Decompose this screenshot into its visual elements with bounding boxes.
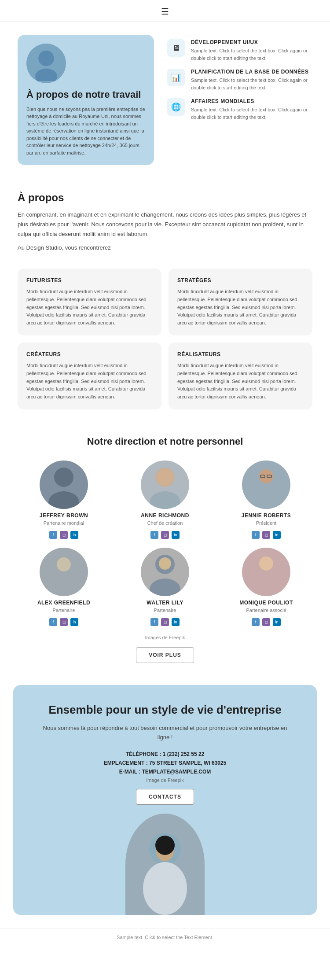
linkedin-icon-4[interactable]: in	[172, 618, 180, 626]
voir-plus-button[interactable]: VOIR PLUS	[136, 647, 194, 663]
svg-point-16	[150, 578, 180, 596]
service-icon-1: 📊	[167, 69, 185, 86]
social-icons-2: f ◻ in	[252, 531, 281, 539]
service-icon-2: 🌐	[167, 98, 185, 116]
about-card-3: RÉALISATEURS Morbi tincidunt augue inter…	[169, 343, 312, 409]
team-member-name-2: JENNIE ROBERTS	[242, 512, 291, 519]
facebook-icon-4[interactable]: f	[150, 618, 158, 626]
team-grid-top: JEFFREY BROWN Partenaire mondial f ◻ in …	[18, 461, 312, 539]
team-member-name-1: ANNE RICHMOND	[141, 512, 189, 519]
team-photo-2	[242, 461, 290, 509]
instagram-icon-2[interactable]: ◻	[262, 531, 270, 539]
team-member-role-4: Partenaire	[154, 608, 176, 613]
about-subtitle: Au Design Studio, vous rencontrerez	[18, 244, 312, 251]
service-item-2: 🌐 AFFAIRES MONDIALES Sample text. Click …	[167, 98, 312, 121]
linkedin-icon-3[interactable]: in	[70, 618, 78, 626]
cta-location: EMPLACEMENT : 75 STREET SAMPLE, WI 63025	[40, 760, 290, 766]
team-photo-0	[40, 461, 88, 509]
about-card-1: STRATÈGES Morbi tincidunt augue interdum…	[169, 269, 312, 335]
person-avatar-icon	[29, 46, 64, 81]
card-text-3: Morbi tincidunt augue interdum velit eui…	[177, 362, 304, 401]
cta-phone: TÉLÉPHONE : 1 (232) 252 55 22	[40, 751, 290, 757]
instagram-icon-4[interactable]: ◻	[161, 618, 169, 626]
cta-description: Nous sommes là pour répondre à tout beso…	[40, 724, 290, 742]
menu-icon[interactable]: ☰	[161, 6, 169, 17]
hero-description: Bien que nous ne soyons pas la première …	[26, 106, 145, 157]
team-grid-bottom: ALEX GREENFIELD Partenaire f ◻ in WALTER…	[18, 548, 312, 626]
svg-point-6	[157, 469, 173, 485]
hero-photo	[26, 44, 66, 83]
svg-point-9	[259, 469, 273, 483]
team-member-name-3: ALEX GREENFIELD	[37, 600, 90, 606]
service-item-1: 📊 PLANIFICATION DE LA BASE DE DONNÉES Sa…	[167, 69, 312, 91]
svg-point-3	[48, 491, 79, 509]
team-member-name-4: WALTER LILY	[147, 600, 183, 606]
team-member-5: MONIQUE POULIOT Partenaire associé f ◻ i…	[220, 548, 312, 626]
service-text-1: Sample text. Click to select the text bo…	[191, 77, 312, 91]
service-content-0: DÉVELOPPEMENT UI/UX Sample text. Click t…	[191, 39, 312, 62]
service-content-1: PLANIFICATION DE LA BASE DE DONNÉES Samp…	[191, 69, 312, 91]
cta-freepik-note: Image de Freepik	[40, 777, 290, 783]
about-text1: En comprenant, en imaginant et en exprim…	[18, 210, 312, 239]
card-text-0: Morbi tincidunt augue interdum velit eui…	[26, 288, 153, 327]
service-text-2: Sample text. Click to select the text bo…	[191, 106, 312, 121]
svg-point-1	[35, 69, 57, 81]
team-photo-3	[40, 548, 88, 596]
facebook-icon-2[interactable]: f	[252, 531, 260, 539]
cta-title: Ensemble pour un style de vie d'entrepri…	[40, 703, 290, 718]
team-member-3: ALEX GREENFIELD Partenaire f ◻ in	[18, 548, 110, 626]
service-name-1: PLANIFICATION DE LA BASE DE DONNÉES	[191, 69, 312, 75]
linkedin-icon-0[interactable]: in	[70, 531, 78, 539]
svg-point-5	[150, 491, 180, 509]
social-icons-0: f ◻ in	[49, 531, 78, 539]
facebook-icon-3[interactable]: f	[49, 618, 57, 626]
team-member-role-2: Président	[256, 520, 276, 526]
svg-rect-25	[154, 866, 176, 893]
svg-point-2	[54, 468, 73, 487]
social-icons-4: f ◻ in	[150, 618, 180, 626]
cta-email: E-MAIL : TEMPLATE@SAMPLE.COM	[40, 769, 290, 775]
cta-person-image	[125, 814, 205, 915]
about-card-2: CRÉATEURS Morbi tincidunt augue interdum…	[18, 343, 161, 409]
team-section: Notre direction et notre personnel JEFFR…	[0, 423, 330, 685]
card-text-1: Morbi tincidunt augue interdum velit eui…	[177, 288, 304, 327]
hero-left-card: À propos de notre travail Bien que nous …	[18, 35, 154, 165]
service-name-2: AFFAIRES MONDIALES	[191, 98, 312, 104]
service-text-0: Sample text. Click to select the text bo…	[191, 47, 312, 62]
linkedin-icon-2[interactable]: in	[273, 531, 281, 539]
linkedin-icon-5[interactable]: in	[273, 618, 281, 626]
linkedin-icon-1[interactable]: in	[172, 531, 180, 539]
cta-section: Ensemble pour un style de vie d'entrepri…	[13, 685, 317, 914]
svg-point-19	[251, 578, 282, 596]
service-icon-0: 🖥	[167, 39, 185, 57]
freepik-images-note: Images de Freepik	[18, 635, 312, 640]
svg-point-23	[155, 836, 175, 855]
team-member-2: JENNIE ROBERTS Président f ◻ in	[220, 461, 312, 539]
footer: Sample text. Click to select the Text El…	[0, 928, 330, 946]
facebook-icon-0[interactable]: f	[49, 531, 57, 539]
svg-point-13	[48, 578, 79, 596]
team-member-name-0: JEFFREY BROWN	[40, 512, 88, 519]
footer-sample-text: Sample text. Click to select the Text El…	[117, 935, 213, 940]
team-photo-5	[242, 548, 290, 596]
service-name-0: DÉVELOPPEMENT UI/UX	[191, 39, 312, 45]
facebook-icon-5[interactable]: f	[252, 618, 260, 626]
instagram-icon-3[interactable]: ◻	[60, 618, 68, 626]
svg-point-0	[38, 51, 54, 66]
team-member-name-5: MONIQUE POULIOT	[239, 600, 293, 606]
contacts-button[interactable]: CONTACTS	[136, 789, 194, 805]
facebook-icon-1[interactable]: f	[150, 531, 158, 539]
instagram-icon-5[interactable]: ◻	[262, 618, 270, 626]
social-icons-3: f ◻ in	[49, 618, 78, 626]
team-member-role-5: Partenaire associé	[246, 608, 286, 613]
instagram-icon-0[interactable]: ◻	[60, 531, 68, 539]
hero-section: À propos de notre travail Bien que nous …	[0, 22, 330, 178]
svg-point-17	[159, 557, 171, 570]
card-title-1: STRATÈGES	[177, 277, 304, 284]
hero-title: À propos de notre travail	[26, 88, 145, 101]
team-photo-4	[141, 548, 189, 596]
team-photo-1	[141, 461, 189, 509]
team-member-role-3: Partenaire	[53, 608, 75, 613]
cards-grid: FUTURISTES Morbi tincidunt augue interdu…	[0, 269, 330, 423]
instagram-icon-1[interactable]: ◻	[161, 531, 169, 539]
